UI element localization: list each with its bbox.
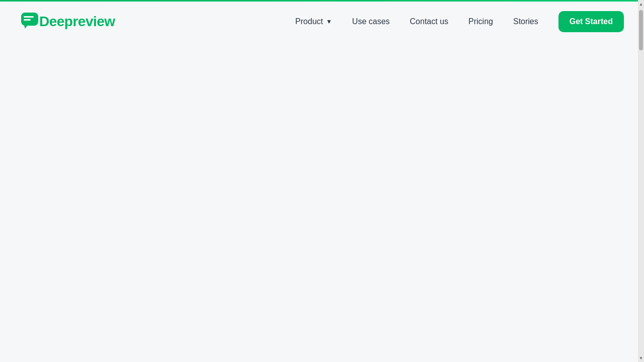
nav-label-product: Product <box>295 17 323 26</box>
scrollbar-thumb[interactable] <box>639 10 643 50</box>
nav-item-product[interactable]: Product ▼ <box>287 13 340 30</box>
get-started-button[interactable]: Get Started <box>558 11 624 32</box>
logo-link[interactable]: Deepreview <box>20 11 115 32</box>
nav-label-use-cases: Use cases <box>352 17 390 26</box>
scroll-down-arrow[interactable]: ▼ <box>638 354 644 362</box>
nav-item-pricing[interactable]: Pricing <box>460 13 501 30</box>
nav-label-pricing: Pricing <box>468 17 493 26</box>
svg-rect-1 <box>24 16 34 18</box>
svg-marker-3 <box>24 26 27 29</box>
nav-item-use-cases[interactable]: Use cases <box>344 13 398 30</box>
nav-label-stories: Stories <box>513 17 538 26</box>
logo-text: Deepreview <box>39 14 115 30</box>
nav-label-contact: Contact us <box>410 17 448 26</box>
main-content-area <box>0 42 638 362</box>
main-nav: Product ▼ Use cases Contact us Pricing S… <box>287 11 624 32</box>
chevron-down-icon: ▼ <box>326 18 332 25</box>
nav-item-contact[interactable]: Contact us <box>402 13 456 30</box>
nav-item-stories[interactable]: Stories <box>505 13 546 30</box>
scrollbar[interactable]: ▲ ▼ <box>638 0 644 362</box>
main-header: Deepreview Product ▼ Use cases Contact u… <box>0 2 644 42</box>
logo-icon <box>20 12 39 33</box>
scroll-up-arrow[interactable]: ▲ <box>638 0 644 8</box>
svg-rect-2 <box>24 19 31 21</box>
